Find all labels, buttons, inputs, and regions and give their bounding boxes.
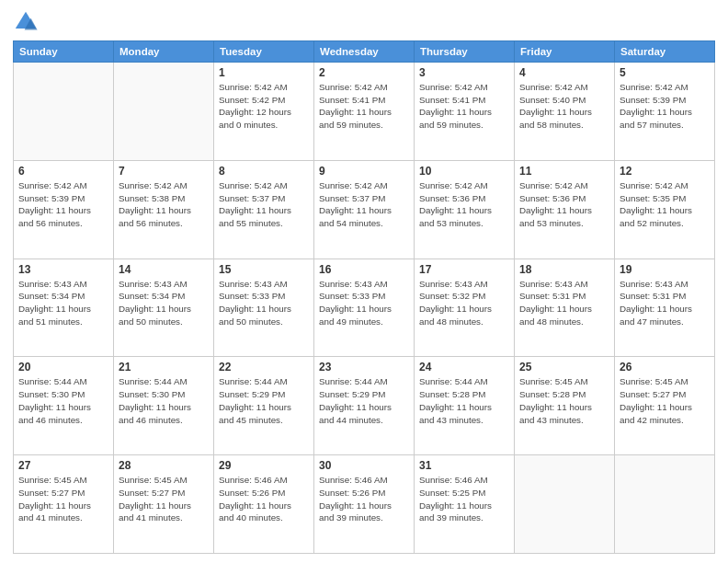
day-number: 14 (119, 263, 209, 276)
day-detail: Sunrise: 5:42 AMSunset: 5:37 PMDaylight:… (219, 179, 309, 230)
day-detail: Sunrise: 5:43 AMSunset: 5:33 PMDaylight:… (319, 278, 409, 328)
day-detail: Sunrise: 5:46 AMSunset: 5:26 PMDaylight:… (219, 474, 309, 524)
calendar-cell: 4Sunrise: 5:42 AMSunset: 5:40 PMDaylight… (515, 63, 615, 161)
calendar-cell (114, 63, 214, 161)
day-detail: Sunrise: 5:43 AMSunset: 5:33 PMDaylight:… (219, 278, 309, 328)
weekday-header: Tuesday (214, 41, 314, 63)
calendar-cell: 28Sunrise: 5:45 AMSunset: 5:27 PMDayligh… (114, 455, 214, 554)
page: SundayMondayTuesdayWednesdayThursdayFrid… (0, 0, 728, 563)
day-number: 4 (519, 66, 609, 79)
day-detail: Sunrise: 5:44 AMSunset: 5:29 PMDaylight:… (319, 375, 409, 426)
day-number: 25 (519, 361, 609, 373)
day-number: 10 (419, 165, 509, 178)
day-number: 8 (219, 165, 309, 178)
calendar-week-row: 20Sunrise: 5:44 AMSunset: 5:30 PMDayligh… (14, 357, 715, 455)
calendar-cell: 27Sunrise: 5:45 AMSunset: 5:27 PMDayligh… (14, 455, 114, 554)
day-detail: Sunrise: 5:43 AMSunset: 5:32 PMDaylight:… (419, 278, 509, 328)
day-detail: Sunrise: 5:42 AMSunset: 5:37 PMDaylight:… (319, 179, 409, 230)
weekday-header: Friday (515, 41, 615, 63)
calendar-cell: 5Sunrise: 5:42 AMSunset: 5:39 PMDaylight… (615, 63, 715, 161)
day-number: 18 (519, 263, 609, 276)
calendar-cell: 29Sunrise: 5:46 AMSunset: 5:26 PMDayligh… (214, 455, 314, 554)
day-number: 27 (18, 459, 108, 472)
calendar-cell: 1Sunrise: 5:42 AMSunset: 5:42 PMDaylight… (214, 63, 314, 161)
calendar-cell: 16Sunrise: 5:43 AMSunset: 5:33 PMDayligh… (314, 259, 415, 357)
calendar-cell: 8Sunrise: 5:42 AMSunset: 5:37 PMDaylight… (214, 160, 314, 259)
day-detail: Sunrise: 5:45 AMSunset: 5:27 PMDaylight:… (119, 474, 209, 524)
calendar-table: SundayMondayTuesdayWednesdayThursdayFrid… (13, 40, 715, 554)
calendar-cell: 17Sunrise: 5:43 AMSunset: 5:32 PMDayligh… (415, 259, 515, 357)
day-detail: Sunrise: 5:43 AMSunset: 5:34 PMDaylight:… (119, 278, 209, 328)
calendar-cell: 14Sunrise: 5:43 AMSunset: 5:34 PMDayligh… (114, 259, 214, 357)
day-number: 12 (620, 165, 710, 178)
calendar-cell: 9Sunrise: 5:42 AMSunset: 5:37 PMDaylight… (314, 160, 415, 259)
calendar-week-row: 27Sunrise: 5:45 AMSunset: 5:27 PMDayligh… (14, 455, 715, 554)
day-number: 17 (419, 263, 509, 276)
calendar-cell: 10Sunrise: 5:42 AMSunset: 5:36 PMDayligh… (415, 160, 515, 259)
weekday-header: Thursday (415, 41, 515, 63)
day-number: 9 (319, 165, 409, 178)
header (13, 9, 715, 35)
weekday-header: Sunday (14, 41, 114, 63)
calendar-cell: 23Sunrise: 5:44 AMSunset: 5:29 PMDayligh… (314, 357, 415, 455)
day-detail: Sunrise: 5:42 AMSunset: 5:40 PMDaylight:… (519, 81, 609, 132)
calendar-week-row: 6Sunrise: 5:42 AMSunset: 5:39 PMDaylight… (14, 160, 715, 259)
day-number: 28 (119, 459, 209, 472)
day-number: 3 (419, 66, 509, 79)
day-number: 30 (319, 459, 409, 472)
calendar-cell: 12Sunrise: 5:42 AMSunset: 5:35 PMDayligh… (615, 160, 715, 259)
calendar-cell: 2Sunrise: 5:42 AMSunset: 5:41 PMDaylight… (314, 63, 415, 161)
day-number: 1 (219, 66, 309, 79)
weekday-header: Wednesday (314, 41, 415, 63)
day-detail: Sunrise: 5:44 AMSunset: 5:29 PMDaylight:… (219, 375, 309, 426)
day-number: 15 (219, 263, 309, 276)
calendar-cell (515, 455, 615, 554)
day-detail: Sunrise: 5:42 AMSunset: 5:36 PMDaylight:… (519, 179, 609, 230)
day-detail: Sunrise: 5:44 AMSunset: 5:30 PMDaylight:… (119, 375, 209, 426)
day-number: 24 (419, 361, 509, 373)
calendar-cell: 7Sunrise: 5:42 AMSunset: 5:38 PMDaylight… (114, 160, 214, 259)
day-number: 11 (519, 165, 609, 178)
day-detail: Sunrise: 5:42 AMSunset: 5:35 PMDaylight:… (620, 179, 710, 230)
day-detail: Sunrise: 5:43 AMSunset: 5:34 PMDaylight:… (18, 278, 108, 328)
calendar-cell: 31Sunrise: 5:46 AMSunset: 5:25 PMDayligh… (415, 455, 515, 554)
day-number: 23 (319, 361, 409, 373)
calendar-cell: 18Sunrise: 5:43 AMSunset: 5:31 PMDayligh… (515, 259, 615, 357)
day-number: 5 (620, 66, 710, 79)
day-detail: Sunrise: 5:46 AMSunset: 5:26 PMDaylight:… (319, 474, 409, 524)
calendar-cell: 15Sunrise: 5:43 AMSunset: 5:33 PMDayligh… (214, 259, 314, 357)
day-detail: Sunrise: 5:42 AMSunset: 5:41 PMDaylight:… (419, 81, 509, 132)
day-detail: Sunrise: 5:42 AMSunset: 5:39 PMDaylight:… (620, 81, 710, 132)
day-number: 19 (620, 263, 710, 276)
day-detail: Sunrise: 5:45 AMSunset: 5:27 PMDaylight:… (620, 375, 710, 426)
day-number: 6 (18, 165, 108, 178)
day-number: 22 (219, 361, 309, 373)
day-number: 2 (319, 66, 409, 79)
day-detail: Sunrise: 5:42 AMSunset: 5:42 PMDaylight:… (219, 81, 309, 132)
calendar-cell: 13Sunrise: 5:43 AMSunset: 5:34 PMDayligh… (14, 259, 114, 357)
day-detail: Sunrise: 5:46 AMSunset: 5:25 PMDaylight:… (419, 474, 509, 524)
calendar-week-row: 13Sunrise: 5:43 AMSunset: 5:34 PMDayligh… (14, 259, 715, 357)
calendar-cell: 11Sunrise: 5:42 AMSunset: 5:36 PMDayligh… (515, 160, 615, 259)
calendar-cell (14, 63, 114, 161)
calendar-cell: 22Sunrise: 5:44 AMSunset: 5:29 PMDayligh… (214, 357, 314, 455)
calendar-cell: 6Sunrise: 5:42 AMSunset: 5:39 PMDaylight… (14, 160, 114, 259)
day-number: 21 (119, 361, 209, 373)
weekday-header: Monday (114, 41, 214, 63)
calendar-cell: 24Sunrise: 5:44 AMSunset: 5:28 PMDayligh… (415, 357, 515, 455)
day-number: 16 (319, 263, 409, 276)
day-number: 29 (219, 459, 309, 472)
day-number: 7 (119, 165, 209, 178)
day-detail: Sunrise: 5:45 AMSunset: 5:27 PMDaylight:… (18, 474, 108, 524)
calendar-cell: 25Sunrise: 5:45 AMSunset: 5:28 PMDayligh… (515, 357, 615, 455)
logo-icon (13, 9, 39, 35)
day-detail: Sunrise: 5:42 AMSunset: 5:38 PMDaylight:… (119, 179, 209, 230)
calendar-week-row: 1Sunrise: 5:42 AMSunset: 5:42 PMDaylight… (14, 63, 715, 161)
calendar-cell: 3Sunrise: 5:42 AMSunset: 5:41 PMDaylight… (415, 63, 515, 161)
calendar-cell: 21Sunrise: 5:44 AMSunset: 5:30 PMDayligh… (114, 357, 214, 455)
day-detail: Sunrise: 5:42 AMSunset: 5:39 PMDaylight:… (18, 179, 108, 230)
calendar-cell (615, 455, 715, 554)
day-number: 20 (18, 361, 108, 373)
day-detail: Sunrise: 5:42 AMSunset: 5:36 PMDaylight:… (419, 179, 509, 230)
day-detail: Sunrise: 5:43 AMSunset: 5:31 PMDaylight:… (519, 278, 609, 328)
